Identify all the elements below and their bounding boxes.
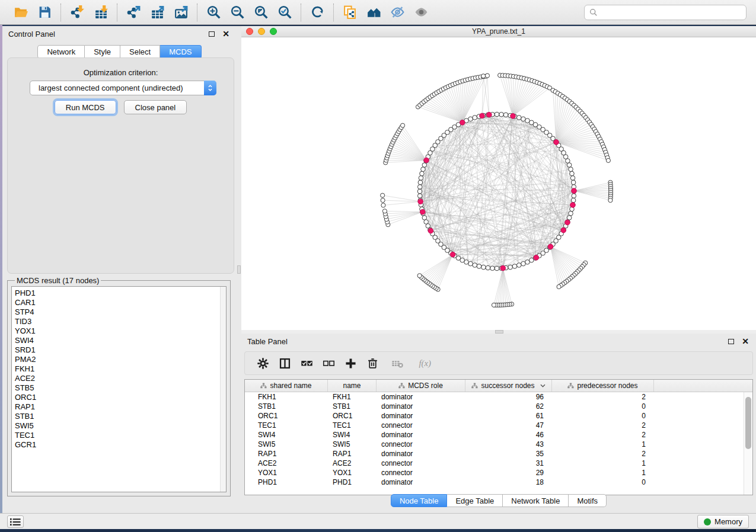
first-neighbors-button[interactable] [365, 4, 382, 21]
settings-gear-button[interactable] [257, 357, 269, 370]
column-header-MCDS-role[interactable]: MCDS role [377, 380, 465, 392]
table-panel-float-button[interactable] [726, 336, 736, 346]
mcds-result-item[interactable]: YOX1 [15, 326, 226, 336]
zoom-in-button[interactable] [205, 4, 222, 21]
toolbar-group [334, 4, 437, 21]
refresh-icon [310, 5, 325, 20]
mcds-result-scrollbar[interactable] [220, 287, 226, 492]
mcds-result-item[interactable]: PMA2 [15, 355, 226, 364]
export-network-icon [126, 5, 141, 20]
search-input[interactable] [598, 5, 746, 20]
delete-column-button[interactable] [366, 357, 379, 370]
toggle-columns-icon [279, 357, 291, 370]
mcds-result-item[interactable]: CAR1 [15, 298, 226, 307]
toolbar-group [117, 4, 197, 21]
hide-selected-button[interactable] [388, 4, 406, 21]
criterion-dropdown[interactable]: largest connected component (undirected) [30, 81, 216, 95]
column-header-successor-nodes[interactable]: successor nodes [465, 380, 552, 392]
vertical-splitter-handle[interactable] [237, 265, 241, 274]
mcds-result-item[interactable]: PHD1 [15, 289, 226, 298]
search-box[interactable] [584, 5, 747, 20]
refresh-button[interactable] [308, 4, 326, 21]
tab-motifs[interactable]: Motifs [569, 494, 607, 507]
zoom-fit-button[interactable] [252, 4, 270, 21]
column-header-shared-name[interactable]: shared name [245, 380, 328, 392]
mcds-result-item[interactable]: SWI5 [15, 421, 226, 431]
import-network-icon [70, 5, 85, 20]
tab-edge-table[interactable]: Edge Table [447, 494, 503, 507]
control-panel-float-button[interactable] [207, 29, 216, 39]
mcds-result-item[interactable]: GCR1 [15, 440, 226, 450]
mcds-result-list[interactable]: PHD1CAR1STP4TID3YOX1SWI4SRD1PMA2FKH1ACE2… [11, 286, 227, 492]
mcds-result-item[interactable]: SWI4 [15, 336, 226, 345]
open-session-icon [14, 5, 28, 20]
table-row[interactable]: YOX1YOX1connector291 [245, 468, 752, 477]
export-network-button[interactable] [125, 4, 142, 21]
dropdown-stepper-icon [204, 81, 216, 95]
scrollbar-thumb[interactable] [745, 397, 751, 449]
table-cell: SWI4 [328, 431, 377, 439]
open-session-button[interactable] [12, 4, 30, 21]
table-cell: RAP1 [328, 450, 377, 458]
mcds-result-item[interactable]: ORC1 [15, 393, 226, 402]
settings-gear-icon [257, 357, 269, 370]
mcds-result-item[interactable]: FKH1 [15, 364, 226, 374]
close-panel-button[interactable]: Close panel [124, 100, 187, 114]
table-row[interactable]: SWI5SWI5connector431 [245, 440, 752, 449]
mcds-result-item[interactable]: RAP1 [15, 402, 226, 412]
mcds-result-item[interactable]: STB5 [15, 383, 226, 393]
tab-network-table[interactable]: Network Table [503, 494, 569, 507]
table-cell: 96 [465, 393, 552, 401]
show-all-button[interactable] [412, 4, 430, 21]
tab-network[interactable]: Network [37, 45, 85, 59]
table-row[interactable]: FKH1FKH1dominator962 [245, 392, 752, 402]
table-cell: 62 [465, 402, 552, 411]
export-table-button[interactable] [148, 4, 166, 21]
memory-button[interactable]: Memory [697, 515, 749, 528]
table-row[interactable]: STB1STB1dominator620 [245, 402, 752, 411]
mcds-result-item[interactable]: TEC1 [15, 431, 226, 440]
panel-list-button[interactable] [7, 515, 24, 528]
mcds-result-item[interactable]: ACE2 [15, 374, 226, 383]
zoom-out-button[interactable] [228, 4, 246, 21]
tab-node-table[interactable]: Node Table [391, 494, 448, 507]
vertical-splitter[interactable] [237, 26, 241, 513]
node-table-scrollbar[interactable] [744, 392, 752, 495]
zoom-selected-button[interactable] [276, 4, 294, 21]
table-row[interactable]: ACE2ACE2connector311 [245, 459, 752, 468]
column-header-predecessor-nodes[interactable]: predecessor nodes [552, 380, 654, 392]
delete-table-button[interactable] [388, 357, 406, 370]
run-mcds-button[interactable]: Run MCDS [55, 100, 116, 114]
table-row[interactable]: RAP1RAP1dominator352 [245, 449, 752, 459]
deselect-all-button[interactable] [323, 357, 335, 370]
add-column-button[interactable] [344, 357, 357, 370]
tab-select[interactable]: Select [120, 45, 160, 59]
table-row[interactable]: TEC1TEC1connector472 [245, 421, 752, 430]
mcds-result-item[interactable]: STB1 [15, 412, 226, 421]
import-table-button[interactable] [92, 4, 110, 21]
import-table-icon [94, 5, 109, 20]
table-panel-close-button[interactable]: ✕ [741, 336, 750, 346]
import-network-button[interactable] [68, 4, 86, 21]
table-cell: 2 [552, 450, 654, 458]
table-cell: dominator [377, 431, 465, 439]
column-label: MCDS role [408, 382, 443, 390]
control-panel-close-button[interactable]: ✕ [221, 29, 231, 39]
toggle-columns-button[interactable] [279, 357, 291, 370]
mcds-result-item[interactable]: SRD1 [15, 345, 226, 355]
tab-mcds[interactable]: MCDS [160, 45, 201, 59]
save-session-button[interactable] [36, 4, 53, 21]
mcds-result-item[interactable]: STP4 [15, 307, 226, 317]
function-builder-button[interactable]: f(x) [416, 357, 433, 370]
table-row[interactable]: SWI4SWI4dominator462 [245, 430, 752, 440]
network-canvas[interactable] [241, 37, 756, 330]
duplicate-network-button[interactable] [341, 4, 359, 21]
column-header-name[interactable]: name [328, 380, 377, 392]
table-row[interactable]: PHD1PHD1dominator180 [245, 477, 752, 487]
export-image-button[interactable] [172, 4, 190, 21]
tab-style[interactable]: Style [85, 45, 120, 59]
select-all-button[interactable] [301, 357, 313, 370]
mcds-result-item[interactable]: TID3 [15, 317, 226, 326]
node-table: shared namenameMCDS rolesuccessor nodesp… [244, 379, 753, 495]
table-row[interactable]: ORC1ORC1dominator610 [245, 411, 752, 421]
